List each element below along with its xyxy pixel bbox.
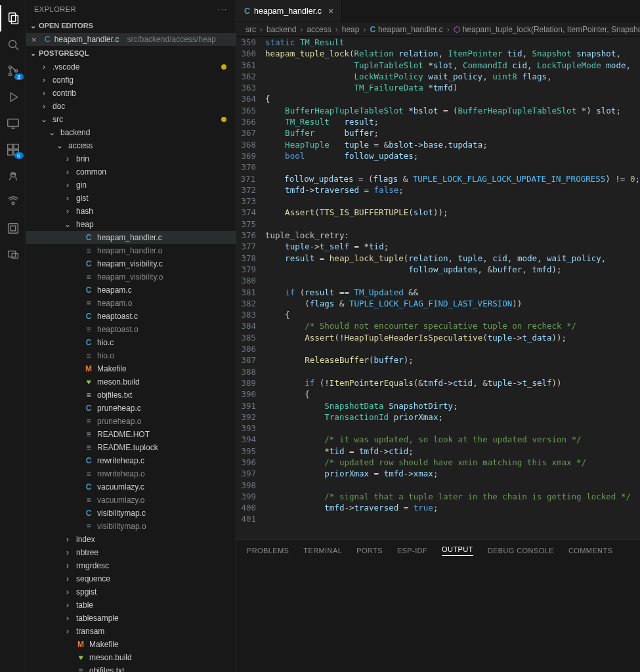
tree-item[interactable]: ›transam [26,625,236,638]
code-line[interactable]: 382 (flags & TUPLE_LOCK_FLAG_FIND_LAST_V… [236,298,640,309]
code-line[interactable]: 388 [236,366,640,377]
tree-item[interactable]: ≡heapam_handler.o [26,244,236,257]
tree-item[interactable]: ⌄heap [26,218,236,231]
tree-item[interactable]: ›doc [26,100,236,113]
activity-remote-icon[interactable] [0,110,26,136]
tree-item[interactable]: ›index [26,533,236,546]
code-line[interactable]: 367 Buffer buffer; [236,127,640,138]
panel-tab-terminal[interactable]: TERMINAL [303,547,342,555]
breadcrumb-item[interactable]: src [245,25,256,34]
open-editor-item[interactable]: × C heapam_handler.c src/backend/access/… [26,33,236,46]
tree-item[interactable]: Cvacuumlazy.c [26,480,236,494]
tree-item[interactable]: ≡README.tuplock [26,441,236,454]
code-line[interactable]: 363 TM_FailureData *tmfd) [236,82,640,93]
code-line[interactable]: 391 SnapshotData SnapshotDirty; [236,400,640,411]
tree-item[interactable]: ⌄access [26,139,236,152]
code-line[interactable]: 384 /* Should not encounter speculative … [236,320,640,331]
code-line[interactable]: 393 [236,423,640,434]
code-line[interactable]: 396 /* updated row should have xmin matc… [236,457,640,468]
tree-item[interactable]: ≡heaptoast.o [26,323,236,336]
tree-item[interactable]: ♥meson.build [26,651,236,664]
activity-search-icon[interactable] [0,32,26,58]
tree-item[interactable]: Cheaptoast.c [26,310,236,323]
code-line[interactable]: 373 [236,196,640,207]
tree-item[interactable]: ›tablesample [26,612,236,625]
tree-item[interactable]: MMakefile [26,638,236,651]
code-line[interactable]: 364{ [236,93,640,104]
code-line[interactable]: 369 bool follow_updates; [236,150,640,161]
panel-tab-output[interactable]: OUTPUT [442,545,473,556]
breadcrumb-item[interactable]: Cheapam_handler.c [370,25,442,34]
tree-item[interactable]: Cvisibilitymap.c [26,507,236,520]
tree-item[interactable]: Cheapam_visibility.c [26,257,236,270]
tree-item[interactable]: ›common [26,165,236,178]
tree-item[interactable]: ≡README.HOT [26,428,236,441]
code-line[interactable]: 386 [236,343,640,354]
tree-item[interactable]: ≡rewriteheap.o [26,467,236,480]
tree-item[interactable]: MMakefile [26,362,236,375]
tree-item[interactable]: ›rmgrdesc [26,559,236,572]
code-line[interactable]: 400 tmfd->traversed = true; [236,502,640,513]
code-line[interactable]: 383 { [236,309,640,320]
activity-explorer-icon[interactable] [0,5,26,32]
tree-item[interactable]: ›table [26,598,236,612]
tree-item[interactable]: Cpruneheap.c [26,402,236,415]
code-line[interactable]: 366 TM_Result result; [236,116,640,127]
activity-platformio-icon[interactable] [0,163,26,189]
activity-debug-icon[interactable] [0,84,26,110]
tree-item[interactable]: ›hash [26,205,236,218]
code-line[interactable]: 379 follow_updates, &buffer, tmfd); [236,264,640,275]
tree-item[interactable]: ›brin [26,152,236,165]
code-line[interactable]: 374 Assert(TTS_IS_BUFFERTUPLE(slot)); [236,207,640,218]
code-line[interactable]: 370 [236,161,640,173]
code-line[interactable]: 398 [236,480,640,491]
panel-tab-problems[interactable]: PROBLEMS [247,547,289,555]
tree-item[interactable]: Crewriteheap.c [26,454,236,467]
code-line[interactable]: 362 LockWaitPolicy wait_policy, uint8 fl… [236,71,640,82]
breadcrumb-item[interactable]: backend [267,25,296,34]
code-line[interactable]: 368 HeapTuple tuple = &bslot->base.tupda… [236,139,640,150]
sidebar-more-icon[interactable]: ··· [218,5,228,13]
breadcrumb-item[interactable]: access [307,25,331,34]
code-line[interactable]: 387 ReleaseBuffer(buffer); [236,354,640,366]
code-line[interactable]: 372 tmfd->traversed = false; [236,184,640,196]
tree-item[interactable]: ≡heapam_visibility.o [26,270,236,284]
panel-tab-esp-idf[interactable]: ESP-IDF [397,547,427,555]
tree-item[interactable]: ›nbtree [26,546,236,559]
code-line[interactable]: 389 if (!ItemPointerEquals(&tmfd->ctid, … [236,377,640,388]
breadcrumb-item[interactable]: heap [342,25,360,34]
panel-tab-comments[interactable]: COMMENTS [568,547,612,555]
code-line[interactable]: 395 *tid = tmfd->ctid; [236,446,640,457]
tree-item[interactable]: ›spgist [26,585,236,598]
close-icon[interactable]: × [328,6,333,16]
tree-item[interactable]: ⌄backend [26,126,236,139]
tree-item[interactable]: ›gin [26,178,236,192]
code-line[interactable]: 371 follow_updates = (flags & TUPLE_LOCK… [236,173,640,184]
breadcrumb[interactable]: src›backend›access›heap›Cheapam_handler.… [236,22,640,37]
code-line[interactable]: 401 [236,513,640,524]
tree-item[interactable]: ›contrib [26,87,236,100]
tree-item[interactable]: ›config [26,74,236,87]
code-line[interactable]: 394 /* it was updated, so look at the up… [236,434,640,445]
code-line[interactable]: 376tuple_lock_retry: [236,230,640,241]
code-line[interactable]: 361 TupleTableSlot *slot, CommandId cid,… [236,60,640,71]
tree-item[interactable]: ›.vscode [26,60,236,74]
activity-live-icon[interactable] [0,189,26,215]
close-icon[interactable]: × [32,35,41,45]
code-line[interactable]: 381 if (result == TM_Updated && [236,287,640,298]
code-line[interactable]: 399 /* signal that a tuple later in the … [236,491,640,502]
tree-item[interactable]: ≡hio.o [26,349,236,362]
code-line[interactable]: 365 BufferHeapTupleTableSlot *bslot = (B… [236,105,640,116]
open-editors-header[interactable]: ⌄ OPEN EDITORS [26,18,236,33]
panel-tab-debug-console[interactable]: DEBUG CONSOLE [488,547,554,555]
code-line[interactable]: 392 TransactionId priorXmax; [236,411,640,423]
tree-item[interactable]: ≡vacuumlazy.o [26,494,236,507]
code-line[interactable]: 359static TM_Result [236,37,640,48]
code-editor[interactable]: 359static TM_Result360heapam_tuple_lock(… [236,37,640,539]
code-line[interactable]: 377 tuple->t_self = *tid; [236,241,640,252]
tab-active[interactable]: C heapam_handler.c × [236,0,342,22]
workspace-header[interactable]: ⌄ POSTGRESQL [26,46,236,60]
tree-item[interactable]: ≡visibilitymap.o [26,520,236,533]
code-line[interactable]: 385 Assert(!HeapTupleHeaderIsSpeculative… [236,332,640,343]
code-line[interactable]: 375 [236,219,640,230]
